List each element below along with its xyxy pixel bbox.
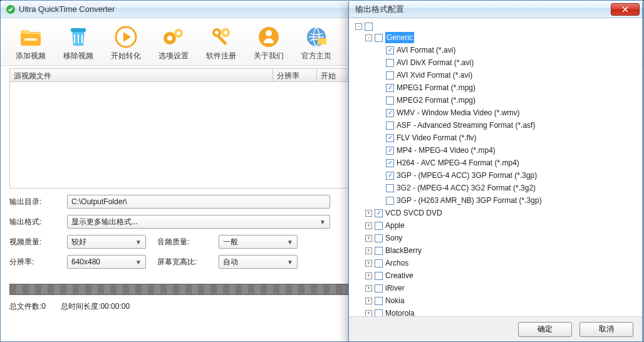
col-source[interactable]: 源视频文件 — [10, 69, 273, 81]
chevron-down-icon: ▼ — [319, 219, 326, 225]
tree-label: 3GP - (MPEG-4 ACC) 3GP Format (*.3gp) — [397, 170, 537, 181]
checkbox[interactable] — [386, 122, 394, 130]
tree-label: 3GP - (H263 AMR_NB) 3GP Format (*.3gp) — [397, 195, 542, 206]
tree-item[interactable]: +BlackBerry — [354, 244, 637, 257]
checkbox[interactable] — [386, 172, 394, 180]
expand-icon[interactable]: + — [365, 285, 372, 292]
checkbox[interactable] — [375, 222, 383, 230]
chevron-down-icon: ▼ — [287, 239, 293, 246]
aspect-combo[interactable]: 自动 ▼ — [219, 255, 298, 269]
tree-item[interactable]: +Sony — [354, 232, 637, 244]
tree-item[interactable]: AVI Xvid Format (*.avi) — [354, 69, 637, 81]
checkbox[interactable] — [386, 184, 394, 192]
checkbox[interactable] — [375, 259, 383, 267]
svg-point-15 — [266, 30, 272, 36]
expand-icon[interactable]: + — [365, 210, 372, 217]
checkbox[interactable] — [375, 309, 383, 317]
expand-icon[interactable]: + — [365, 235, 372, 242]
tree-item[interactable]: WMV - Window Media Video (*.wmv) — [354, 106, 637, 119]
tree-item[interactable]: 3GP - (MPEG-4 ACC) 3GP Format (*.3gp) — [354, 169, 637, 182]
checkbox[interactable] — [386, 59, 394, 67]
tree-item[interactable]: +Creative — [354, 269, 637, 282]
expand-icon[interactable]: + — [365, 272, 372, 279]
output-format-dialog: 输出格式配置 --GenericAVI Format (*.avi)AVI Di… — [348, 0, 643, 342]
toolbar-start-convert[interactable]: 开始转化 — [108, 24, 143, 61]
toolbar-register[interactable]: 软件注册 — [204, 24, 239, 61]
checkbox[interactable] — [375, 272, 383, 280]
chevron-down-icon: ▼ — [287, 259, 293, 266]
checkbox[interactable] — [375, 284, 383, 293]
checkbox[interactable] — [365, 23, 373, 31]
tree-item[interactable]: MP4 - MPEG-4 Video (*.mp4) — [354, 144, 637, 157]
resolution-combo[interactable]: 640x480 ▼ — [67, 255, 146, 269]
audio-quality-combo[interactable]: 一般 ▼ — [219, 235, 298, 249]
dialog-titlebar[interactable]: 输出格式配置 — [349, 1, 642, 18]
col-start[interactable]: 开始 — [317, 69, 352, 81]
toolbar-options[interactable]: 选项设置 — [156, 24, 191, 61]
checkbox[interactable] — [386, 159, 394, 167]
checkbox[interactable] — [386, 197, 394, 205]
checkbox[interactable] — [375, 209, 383, 217]
tree-label: MPEG2 Format (*.mpg) — [397, 95, 475, 106]
tree-item[interactable]: +Nokia — [354, 294, 637, 307]
svg-point-13 — [224, 31, 227, 34]
collapse-icon[interactable]: - — [355, 23, 362, 30]
toolbar-remove-video[interactable]: 移除视频 — [61, 24, 96, 61]
checkbox[interactable] — [386, 84, 394, 92]
col-resolution[interactable]: 分辨率 — [273, 69, 317, 81]
checkbox[interactable] — [386, 46, 394, 54]
checkbox[interactable] — [386, 109, 394, 117]
tree-item[interactable]: FLV Video Format (*.flv) — [354, 132, 637, 144]
checkbox[interactable] — [386, 134, 394, 142]
tree-item[interactable]: AVI Format (*.avi) — [354, 44, 637, 56]
tree-label: MP4 - MPEG-4 Video (*.mp4) — [397, 145, 496, 156]
checkbox[interactable] — [386, 96, 394, 105]
video-quality-label: 视频质量: — [9, 237, 56, 247]
output-format-combo[interactable]: 显示更多输出格式... ▼ — [67, 215, 330, 229]
audio-quality-label: 音频质量: — [157, 237, 207, 247]
close-icon — [622, 6, 628, 13]
checkbox[interactable] — [386, 71, 394, 80]
chevron-down-icon: ▼ — [135, 259, 142, 266]
tree-item[interactable]: AVI DivX Format (*.avi) — [354, 56, 637, 69]
toolbar-add-video[interactable]: 添加视频 — [13, 24, 48, 61]
expand-icon[interactable]: + — [365, 247, 372, 254]
tree-item[interactable]: H264 - AVC MPEG-4 Format (*.mp4) — [354, 157, 637, 169]
toolbar-homepage[interactable]: 官方主页 — [299, 24, 334, 61]
tree-item[interactable]: -Generic — [354, 31, 637, 44]
toolbar-about[interactable]: 关于我们 — [251, 24, 286, 61]
key-icon — [209, 24, 234, 49]
tree-item[interactable]: ASF - Advanced Streaming Format (*.asf) — [354, 119, 637, 132]
tree-item[interactable]: +Apple — [354, 219, 637, 232]
checkbox[interactable] — [375, 297, 383, 305]
video-quality-combo[interactable]: 较好 ▼ — [67, 235, 146, 249]
checkbox[interactable] — [375, 34, 383, 42]
tree-item[interactable]: 3GP - (H263 AMR_NB) 3GP Format (*.3gp) — [354, 194, 637, 207]
ok-button[interactable]: 确定 — [518, 322, 572, 337]
status-file-count: 总文件数:0 — [9, 301, 46, 312]
checkbox[interactable] — [375, 247, 383, 255]
tree-item[interactable]: +iRiver — [354, 282, 637, 294]
checkbox[interactable] — [375, 234, 383, 242]
expand-icon[interactable]: + — [365, 222, 372, 229]
output-dir-field[interactable]: C:\OutputFolder\ — [67, 195, 330, 209]
tree-item[interactable]: +Motorola — [354, 307, 637, 316]
expand-icon[interactable]: + — [365, 298, 372, 304]
cancel-button[interactable]: 取消 — [579, 322, 633, 337]
format-tree[interactable]: --GenericAVI Format (*.avi)AVI DivX Form… — [354, 22, 637, 316]
tree-item[interactable]: MPEG1 Format (*.mpg) — [354, 81, 637, 94]
tree-item[interactable]: 3G2 - (MPEG-4 ACC) 3G2 Format (*.3g2) — [354, 182, 637, 194]
svg-rect-2 — [24, 38, 37, 41]
checkbox[interactable] — [386, 147, 394, 155]
collapse-icon[interactable]: - — [365, 34, 372, 41]
tree-label: Apple — [385, 220, 405, 231]
tree-item[interactable]: MPEG2 Format (*.mpg) — [354, 94, 637, 106]
expand-icon[interactable]: + — [365, 310, 372, 317]
tree-item[interactable]: +Archos — [354, 257, 637, 269]
tree-item[interactable]: +VCD SVCD DVD — [354, 207, 637, 219]
toolbar-label: 选项设置 — [158, 51, 189, 61]
expand-icon[interactable]: + — [365, 260, 372, 267]
tree-item[interactable]: - — [354, 22, 637, 31]
toolbar-label: 开始转化 — [111, 51, 141, 61]
close-button[interactable] — [611, 3, 640, 16]
